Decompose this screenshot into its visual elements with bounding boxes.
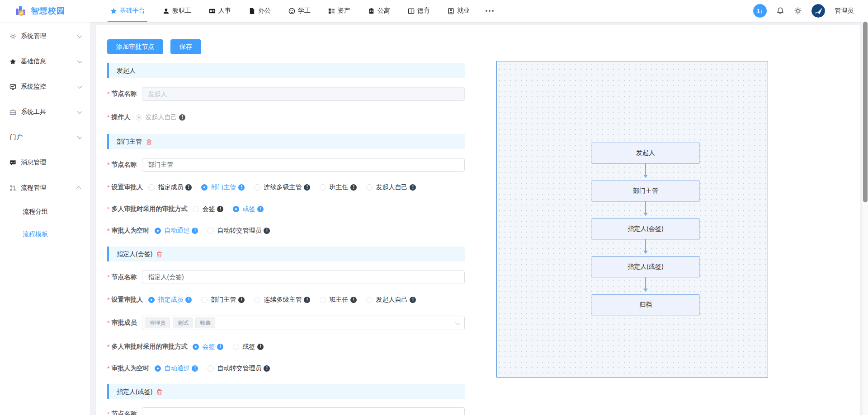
radio-initiator-self[interactable]: 发起人自己 ! — [366, 183, 416, 191]
sidebar-item-workflow-mgmt[interactable]: 流程管理 — [0, 175, 90, 201]
sidebar-item-portal[interactable]: 门户 — [0, 125, 90, 150]
monitor-icon — [9, 83, 16, 90]
book-icon — [447, 7, 454, 14]
main-content: 添加审批节点 保存 发起人 * 节点名称 * 操作人 发起人自己 ! — [90, 22, 863, 415]
bell-icon[interactable] — [776, 7, 784, 15]
sidebar-item-message-mgmt[interactable]: 消息管理 — [0, 150, 90, 175]
radio-initiator-self[interactable]: 发起人自己 ! — [366, 296, 416, 304]
info-icon[interactable]: ! — [192, 228, 198, 234]
person-icon — [162, 7, 170, 14]
info-icon[interactable]: ! — [304, 184, 310, 191]
workflow-diagram[interactable]: 发起人 部门主管 指定人(会签) 指定人(或签) 归档 — [496, 61, 768, 378]
info-icon[interactable]: ! — [238, 184, 245, 191]
info-icon[interactable]: ! — [304, 297, 310, 303]
node-name-input-initiator[interactable] — [142, 87, 465, 101]
member-tag: 管理员 — [145, 317, 170, 328]
scrollbar-thumb[interactable] — [863, 22, 868, 202]
node-name-row: * 节点名称 — [107, 270, 465, 284]
radio-auto-transfer-admin[interactable]: 自动转交管理员 ! — [208, 364, 270, 373]
sidebar-item-workflow-templates[interactable]: 流程模板 — [0, 223, 90, 246]
info-icon[interactable]: ! — [217, 206, 223, 212]
nav-item-office[interactable]: 办公 — [240, 0, 279, 22]
info-icon[interactable]: ! — [185, 297, 192, 303]
info-icon[interactable]: ! — [257, 206, 264, 212]
flow-arrow — [645, 277, 646, 291]
info-icon[interactable]: ! — [179, 114, 185, 121]
approval-members-row: * 审批成员 管理员 测试 甄鑫 — [107, 316, 465, 330]
save-button[interactable]: 保存 — [170, 39, 201, 54]
flow-node-dept-manager[interactable]: 部门主管 — [592, 181, 699, 201]
radio-countersign[interactable]: 会签 ! — [193, 343, 223, 351]
info-icon[interactable]: ! — [257, 344, 264, 350]
radio-assigned-member[interactable]: 指定成员 ! — [148, 183, 192, 191]
workflow-submenu: 流程分组 流程模板 — [0, 201, 90, 246]
member-tag: 测试 — [173, 317, 193, 328]
info-icon[interactable]: ! — [410, 184, 416, 191]
info-icon[interactable]: ! — [264, 365, 270, 372]
nav-item-student[interactable]: 学工 — [279, 0, 319, 22]
nav-item-assets[interactable]: 资产 — [319, 0, 359, 22]
document-icon — [248, 7, 255, 14]
info-icon[interactable]: ! — [264, 228, 270, 234]
nav-item-staff[interactable]: 教职工 — [154, 0, 200, 22]
flow-node-assignee-orsign[interactable]: 指定人(或签) — [592, 256, 699, 277]
info-icon[interactable]: ! — [217, 344, 223, 350]
info-icon[interactable]: ! — [238, 297, 245, 303]
star-icon — [110, 7, 117, 14]
radio-countersign[interactable]: 会签 ! — [193, 205, 223, 213]
nav-item-base-platform[interactable]: 基础平台 — [101, 0, 154, 22]
chevron-down-icon — [77, 58, 82, 63]
radio-auto-transfer-admin[interactable]: 自动转交管理员 ! — [208, 227, 270, 235]
info-icon[interactable]: ! — [350, 297, 357, 303]
radio-orsign[interactable]: 或签 ! — [233, 343, 264, 351]
radio-multi-level-manager[interactable]: 连续多级主管 ! — [254, 183, 310, 191]
nav-item-employment[interactable]: 就业 — [439, 0, 478, 22]
radio-head-teacher[interactable]: 班主任 ! — [320, 183, 357, 191]
flow-node-archive[interactable]: 归档 — [592, 294, 699, 315]
info-icon[interactable]: ! — [192, 365, 198, 372]
members-select[interactable]: 管理员 测试 甄鑫 — [142, 316, 465, 330]
logo-icon — [14, 5, 26, 17]
face-icon — [288, 7, 295, 14]
user-avatar[interactable] — [811, 4, 825, 18]
nav-item-hr[interactable]: 人事 — [200, 0, 240, 22]
gear-icon[interactable] — [794, 7, 802, 15]
nav-item-moral[interactable]: 德育 — [399, 0, 439, 22]
nav-item-apartment[interactable]: 公寓 — [359, 0, 399, 22]
font-size-icon[interactable]: 1↓ — [753, 4, 767, 18]
form-toolbar: 添加审批节点 保存 — [107, 39, 465, 54]
sidebar-item-system-monitor[interactable]: 系统监控 — [0, 74, 90, 99]
delete-icon[interactable] — [156, 251, 163, 257]
radio-orsign[interactable]: 或签 ! — [233, 205, 264, 213]
delete-icon[interactable] — [156, 388, 163, 395]
flow-node-assignee-countersign[interactable]: 指定人(会签) — [592, 219, 699, 239]
radio-multi-level-manager[interactable]: 连续多级主管 ! — [254, 296, 310, 304]
node-name-input-assignee-countersign[interactable] — [142, 270, 465, 284]
section-header-dept-manager: 部门主管 — [107, 134, 465, 149]
toolbox-icon — [9, 108, 16, 116]
user-name[interactable]: 管理员 — [835, 7, 854, 15]
app-logo[interactable]: 智慧校园 — [0, 5, 90, 17]
info-icon[interactable]: ! — [410, 297, 416, 303]
approver-type-row: * 设置审批人 指定成员 ! 部门主管 ! 连续多级主管 ! 班主任 ! — [107, 181, 465, 194]
multi-approval-mode-row: * 多人审批时采用的审批方式 会签 ! 或签 ! — [107, 202, 465, 216]
info-icon[interactable]: ! — [185, 184, 192, 191]
sidebar-item-system-tools[interactable]: 系统工具 — [0, 99, 90, 125]
node-name-input-assignee-orsign[interactable] — [142, 407, 465, 415]
flow-arrow — [645, 239, 646, 253]
radio-auto-pass[interactable]: 自动通过 ! — [155, 227, 198, 235]
sidebar-item-workflow-groups[interactable]: 流程分组 — [0, 201, 90, 223]
info-icon[interactable]: ! — [350, 184, 357, 191]
sidebar-item-base-info[interactable]: 基础信息 — [0, 49, 90, 74]
radio-dept-manager[interactable]: 部门主管 ! — [201, 296, 245, 304]
add-approval-node-button[interactable]: 添加审批节点 — [107, 39, 163, 54]
radio-auto-pass[interactable]: 自动通过 ! — [155, 364, 198, 373]
sidebar-item-system-mgmt[interactable]: 系统管理 — [0, 23, 90, 49]
node-name-input-dept-manager[interactable] — [142, 158, 465, 172]
radio-dept-manager[interactable]: 部门主管 ! — [201, 183, 245, 191]
delete-icon[interactable] — [146, 138, 152, 145]
radio-assigned-member[interactable]: 指定成员 ! — [148, 296, 192, 304]
flow-node-initiator[interactable]: 发起人 — [592, 143, 699, 163]
nav-more-icon[interactable] — [478, 0, 501, 22]
radio-head-teacher[interactable]: 班主任 ! — [320, 296, 357, 304]
